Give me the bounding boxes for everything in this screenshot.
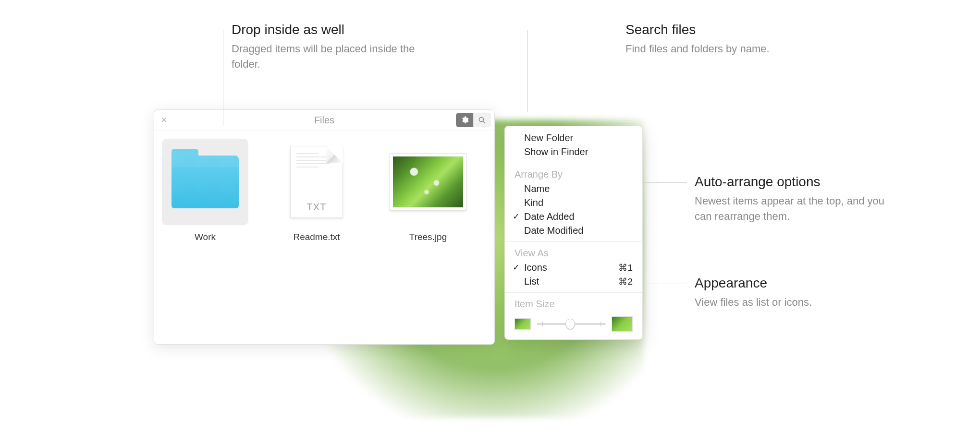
folder-thumb xyxy=(162,139,248,225)
close-icon[interactable]: × xyxy=(161,115,167,125)
menu-arrange-name[interactable]: Name xyxy=(505,182,642,196)
txt-thumb: TXT xyxy=(273,139,360,225)
toolbar xyxy=(456,113,490,127)
panel-title: Files xyxy=(314,115,334,126)
file-label: Trees.jpg xyxy=(409,232,447,242)
svg-line-1 xyxy=(483,121,485,123)
files-area[interactable]: Work TXT Readme.txt xyxy=(154,131,494,250)
leader-search-v xyxy=(527,30,528,112)
file-item-txt[interactable]: TXT Readme.txt xyxy=(273,139,360,242)
image-icon xyxy=(390,153,466,211)
slider-min-icon xyxy=(514,318,531,330)
menu-shortcut: ⌘2 xyxy=(618,276,633,287)
search-icon[interactable] xyxy=(473,113,490,127)
annotation-search-title: Search files xyxy=(625,22,770,37)
annotation-drop: Drop inside as well Dragged items will b… xyxy=(232,22,424,72)
gear-icon[interactable] xyxy=(456,113,473,127)
menu-view-icons[interactable]: Icons ⌘1 xyxy=(505,261,642,275)
menu-arrange-date-modified[interactable]: Date Modified xyxy=(505,224,642,238)
menu-section-size: Item Size xyxy=(505,297,642,312)
item-size-slider[interactable] xyxy=(505,312,642,332)
menu-separator xyxy=(505,163,642,163)
menu-shortcut: ⌘1 xyxy=(618,262,633,273)
annotation-arrange-title: Auto-arrange options xyxy=(695,174,887,190)
leader-search-h xyxy=(527,30,617,30)
menu-item-label: List xyxy=(524,276,539,287)
menu-item-label: Icons xyxy=(524,262,547,273)
document-ext: TXT xyxy=(291,202,343,213)
menu-item-label: Kind xyxy=(524,197,543,208)
menu-item-label: Name xyxy=(524,183,550,194)
file-item-image[interactable]: Trees.jpg xyxy=(385,139,471,242)
annotation-arrange: Auto-arrange options Newest items appear… xyxy=(695,174,887,224)
image-thumb-shell xyxy=(385,139,471,225)
annotation-appearance-desc: View files as list or icons. xyxy=(695,295,812,310)
folder-icon xyxy=(172,156,239,208)
annotation-appearance: Appearance View files as list or icons. xyxy=(695,276,812,310)
menu-item-label: Date Modified xyxy=(524,225,583,236)
leader-arrange xyxy=(644,182,687,183)
leader-appearance xyxy=(644,284,687,284)
slider-track[interactable] xyxy=(537,323,606,325)
annotation-search: Search files Find files and folders by n… xyxy=(625,22,770,57)
menu-view-list[interactable]: List ⌘2 xyxy=(505,275,642,288)
menu-arrange-date-added[interactable]: Date Added xyxy=(505,210,642,224)
menu-show-in-finder[interactable]: Show in Finder xyxy=(505,145,642,159)
menu-new-folder[interactable]: New Folder xyxy=(505,131,642,145)
menu-section-view: View As xyxy=(505,246,642,261)
file-label: Work xyxy=(195,232,216,242)
menu-separator xyxy=(505,292,642,293)
file-item-folder[interactable]: Work xyxy=(162,139,248,242)
files-panel: × Files Work xyxy=(154,109,495,345)
menu-section-arrange: Arrange By xyxy=(505,167,642,182)
menu-arrange-kind[interactable]: Kind xyxy=(505,196,642,210)
file-label: Readme.txt xyxy=(293,232,340,242)
slider-knob[interactable] xyxy=(565,319,575,329)
menu-item-label: New Folder xyxy=(524,132,573,144)
annotation-drop-desc: Dragged items will be placed inside the … xyxy=(232,41,424,72)
settings-menu: New Folder Show in Finder Arrange By Nam… xyxy=(504,126,643,340)
slider-max-icon xyxy=(612,316,633,332)
leader-drop xyxy=(223,30,223,126)
document-icon: TXT xyxy=(290,146,343,218)
svg-point-0 xyxy=(479,117,483,121)
annotation-search-desc: Find files and folders by name. xyxy=(625,41,770,57)
menu-separator xyxy=(505,241,642,242)
annotation-appearance-title: Appearance xyxy=(695,276,812,291)
menu-item-label: Show in Finder xyxy=(524,146,588,157)
annotation-drop-title: Drop inside as well xyxy=(232,22,424,37)
files-titlebar: × Files xyxy=(154,110,494,131)
annotation-arrange-desc: Newest items appear at the top, and you … xyxy=(695,193,887,224)
menu-item-label: Date Added xyxy=(524,211,575,222)
